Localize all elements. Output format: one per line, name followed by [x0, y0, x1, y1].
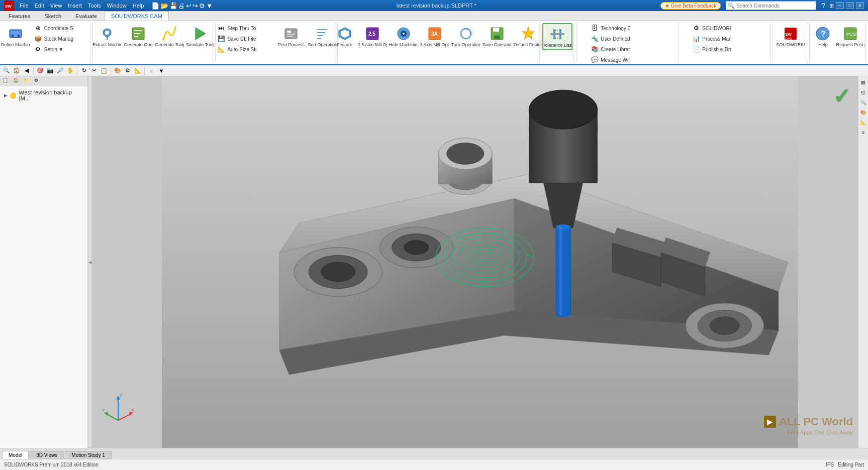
- panel-collapse-handle[interactable]: ◀: [88, 76, 92, 448]
- give-beta-feedback-button[interactable]: ★ Give Beta Feedback: [660, 2, 721, 10]
- tab-features[interactable]: Features: [2, 11, 37, 21]
- restore-button[interactable]: □: [846, 2, 854, 9]
- svg-line-95: [118, 414, 131, 420]
- svg-point-90: [556, 312, 570, 317]
- create-library-button[interactable]: 📚 Create Library Object: [588, 44, 668, 54]
- tree-item-root[interactable]: ▶ 🟡 latest revision backup (M...: [2, 88, 85, 102]
- display-style-icon[interactable]: 🎨: [113, 66, 122, 75]
- divider-7: [809, 22, 810, 62]
- message-window-button[interactable]: 💬 Message Window: [588, 55, 668, 65]
- new-icon[interactable]: 📄: [151, 2, 159, 10]
- search-submit-icon[interactable]: ▶: [802, 3, 809, 9]
- tab-evaluate[interactable]: Evaluate: [69, 11, 104, 21]
- turn-operations-button[interactable]: Turn Operations: [451, 23, 481, 49]
- panel-tab-1[interactable]: 📋: [0, 76, 11, 86]
- setup-button[interactable]: ⚙ Setup ▼: [32, 44, 92, 54]
- expand-icon[interactable]: ⊞: [829, 3, 834, 9]
- menu-tools[interactable]: Tools: [85, 2, 104, 9]
- search-input[interactable]: [736, 3, 802, 9]
- menu-file[interactable]: File: [17, 2, 31, 9]
- rs-view-3[interactable]: 🔍: [859, 98, 867, 106]
- setup-label: Setup ▼: [44, 47, 64, 52]
- step-thru-toolpath-button[interactable]: ⏭ Step Thru Toolpath: [215, 23, 275, 33]
- redo-icon[interactable]: ↪: [192, 2, 198, 10]
- tolerance-based-machining-button[interactable]: Tolerance Based Machining: [542, 23, 572, 50]
- default-feature-strategies-button[interactable]: Default Feature Strategies: [513, 23, 543, 49]
- generate-operation-plan-button[interactable]: Generate Operation Plan: [123, 23, 153, 49]
- sw-cam-options-large-button[interactable]: SW CAM SOLIDWORKS CAM Options: [776, 23, 806, 49]
- motion-study-tab[interactable]: Motion Study 1: [65, 451, 112, 459]
- menu-help[interactable]: Help: [130, 2, 147, 9]
- menu-insert[interactable]: Insert: [65, 2, 84, 9]
- technology-database-button[interactable]: 🗄 Technology Database: [588, 23, 668, 33]
- publish-edrawing-button[interactable]: 📄 Publish e-Drawing: [690, 44, 760, 54]
- section-view-icon[interactable]: 📐: [133, 66, 142, 75]
- minimize-button[interactable]: ─: [836, 2, 844, 9]
- menu-view[interactable]: View: [48, 2, 65, 9]
- view-tb-icon-9[interactable]: ✂: [89, 66, 99, 75]
- auto-size-stock-button[interactable]: 📐 Auto-Size Stock: [215, 44, 275, 54]
- panel-tab-2[interactable]: 🏠: [11, 76, 21, 86]
- 3d-views-tab[interactable]: 3D Views: [30, 451, 64, 459]
- selection-filter-icon[interactable]: ▼: [157, 66, 166, 75]
- view-tb-icon-10[interactable]: 📋: [100, 66, 109, 75]
- process-mgr-icon: 📊: [692, 35, 700, 43]
- save-operation-plan-button[interactable]: Save Operation Plan: [482, 23, 512, 49]
- view-tb-icon-7[interactable]: ✋: [66, 66, 75, 75]
- menu-window[interactable]: Window: [105, 2, 129, 9]
- view-tb-icon-1[interactable]: 🔍: [2, 66, 11, 75]
- view-tb-icon-6[interactable]: 🔎: [56, 66, 65, 75]
- menu-edit[interactable]: Edit: [32, 2, 47, 9]
- setup-icon: ⚙: [34, 45, 42, 53]
- tab-solidworks-cam[interactable]: SOLIDWORKS CAM: [105, 11, 169, 21]
- extract-machinable-features-button[interactable]: Extract Machinable Features: [92, 23, 122, 49]
- rs-view-6[interactable]: ≡: [859, 129, 867, 137]
- tab-sketch[interactable]: Sketch: [38, 11, 68, 21]
- 3axis-mill-button[interactable]: 3A 3 Axis Mill Operations: [420, 23, 450, 49]
- post-process-button[interactable]: Post Process: [276, 23, 306, 49]
- close-button[interactable]: ✕: [856, 2, 864, 9]
- solidworks-cam-options-button[interactable]: ⚙ SOLIDWORKS CAM Options: [690, 23, 760, 33]
- rs-view-4[interactable]: 🎨: [859, 108, 867, 116]
- model-tab[interactable]: Model: [2, 451, 29, 459]
- filename-label: latest revision backup.SLDPRT *: [397, 3, 476, 9]
- edition-label: SOLIDWORKS Premium 2018 x64 Edition: [4, 462, 99, 467]
- tb-sep-3: [111, 67, 111, 75]
- save-cl-file-button[interactable]: 💾 Save CL File: [215, 34, 275, 44]
- panel-tab-4[interactable]: ⚙: [32, 76, 41, 86]
- process-manager-button[interactable]: 📊 Process Manager: [690, 34, 760, 44]
- rs-view-2[interactable]: ◱: [859, 88, 867, 96]
- hole-machining-button[interactable]: Hole Machining Operations: [389, 23, 419, 49]
- view-tb-icon-3[interactable]: ◀: [22, 66, 31, 75]
- request-post-processor-button[interactable]: POST Request Post processor: [835, 23, 865, 49]
- print-icon[interactable]: 🖨: [178, 2, 185, 10]
- options-icon[interactable]: ▼: [206, 2, 213, 10]
- view-settings-icon[interactable]: ⚙: [123, 66, 132, 75]
- simulate-toolpath-button[interactable]: Simulate Toolpath: [185, 23, 216, 49]
- 25axis-mill-button[interactable]: 2.5 2.5 Axis Mill Operations: [357, 23, 388, 49]
- save-icon[interactable]: 💾: [169, 2, 177, 10]
- rebuild-icon[interactable]: ⚙: [199, 2, 205, 10]
- generate-toolpath-button[interactable]: Generate Toolpath: [154, 23, 184, 49]
- stock-manager-button[interactable]: 📦 Stock Manager: [32, 34, 92, 44]
- rs-view-5[interactable]: 📐: [859, 119, 867, 127]
- svg-marker-34: [469, 32, 472, 34]
- feature-icon: [336, 25, 354, 43]
- coordinate-system-button[interactable]: ⊕ Coordinate System: [32, 23, 92, 33]
- panel-tab-3[interactable]: 📁: [21, 76, 32, 86]
- view-mode-icon[interactable]: ≡: [147, 66, 156, 75]
- help-question-icon[interactable]: ?: [821, 2, 825, 10]
- post-process-label: Post Process: [278, 43, 305, 48]
- view-tb-icon-5[interactable]: 📷: [46, 66, 55, 75]
- user-defined-tool-button[interactable]: 🔩 User Defined Tool/Holder: [588, 34, 668, 44]
- feature-button[interactable]: Feature: [333, 23, 356, 49]
- help-button[interactable]: ? Help: [811, 23, 834, 49]
- undo-icon[interactable]: ↩: [186, 2, 191, 10]
- define-machine-button[interactable]: Define Machine: [1, 23, 31, 49]
- rs-view-1[interactable]: ▧: [859, 78, 867, 86]
- open-icon[interactable]: 📂: [160, 2, 168, 10]
- view-tb-icon-2[interactable]: 🏠: [12, 66, 21, 75]
- view-tb-icon-4[interactable]: 🎯: [36, 66, 45, 75]
- view-tb-icon-8[interactable]: ↻: [79, 66, 88, 75]
- svg-rect-18: [287, 34, 295, 35]
